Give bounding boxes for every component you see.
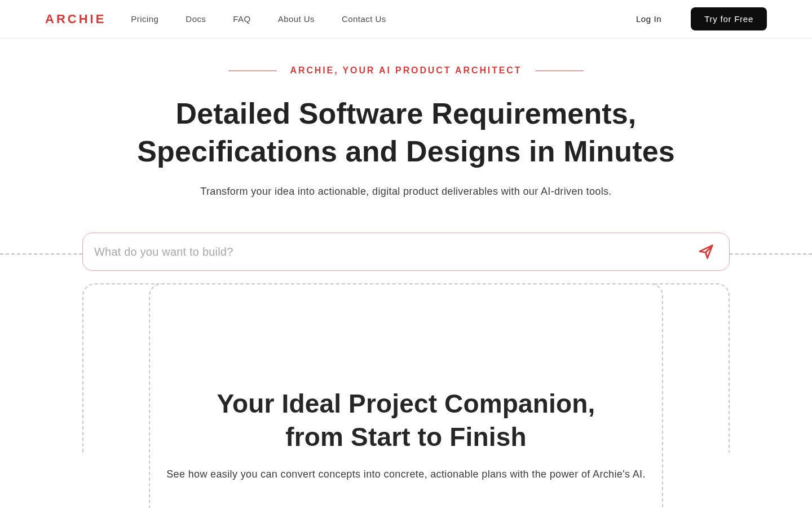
nav-pricing[interactable]: Pricing <box>131 14 158 24</box>
prompt-box <box>82 233 730 271</box>
eyebrow-line-left <box>228 71 277 71</box>
section-2-headline-line1: Your Ideal Project Companion, <box>217 389 595 418</box>
primary-nav: Pricing Docs FAQ About Us Contact Us <box>131 14 386 24</box>
nav-faq[interactable]: FAQ <box>233 14 250 24</box>
login-link[interactable]: Log In <box>636 14 661 24</box>
prompt-section: Your Ideal Project Companion, from Start… <box>0 233 812 508</box>
brand-logo[interactable]: ARCHIE <box>45 12 106 27</box>
hero-eyebrow: ARCHIE, YOUR AI PRODUCT ARCHITECT <box>0 65 812 76</box>
hero-headline-line2: Specifications and Designs in Minutes <box>137 135 675 168</box>
hero-section: ARCHIE, YOUR AI PRODUCT ARCHITECT Detail… <box>0 38 812 198</box>
site-header: ARCHIE Pricing Docs FAQ About Us Contact… <box>0 0 812 38</box>
send-icon <box>698 243 714 260</box>
dashed-panels-row: Your Ideal Project Companion, from Start… <box>82 283 730 508</box>
eyebrow-line-right <box>535 71 584 71</box>
nav-about-us[interactable]: About Us <box>278 14 315 24</box>
section-2-headline-line2: from Start to Finish <box>285 422 526 452</box>
hero-eyebrow-text: ARCHIE, YOUR AI PRODUCT ARCHITECT <box>290 65 522 76</box>
hero-headline: Detailed Software Requirements, Specific… <box>0 95 812 170</box>
prompt-input[interactable] <box>94 246 698 259</box>
dashed-panel-center: Your Ideal Project Companion, from Start… <box>149 283 663 508</box>
nav-docs[interactable]: Docs <box>186 14 206 24</box>
nav-contact-us[interactable]: Contact Us <box>342 14 386 24</box>
hero-headline-line1: Detailed Software Requirements, <box>176 97 637 130</box>
section-2: Your Ideal Project Companion, from Start… <box>150 387 662 480</box>
submit-prompt-button[interactable] <box>698 243 714 260</box>
section-2-headline: Your Ideal Project Companion, from Start… <box>150 387 662 454</box>
section-2-subhead: See how easily you can convert concepts … <box>150 468 662 480</box>
try-for-free-button[interactable]: Try for Free <box>691 7 767 30</box>
hero-subhead: Transform your idea into actionable, dig… <box>0 186 812 198</box>
